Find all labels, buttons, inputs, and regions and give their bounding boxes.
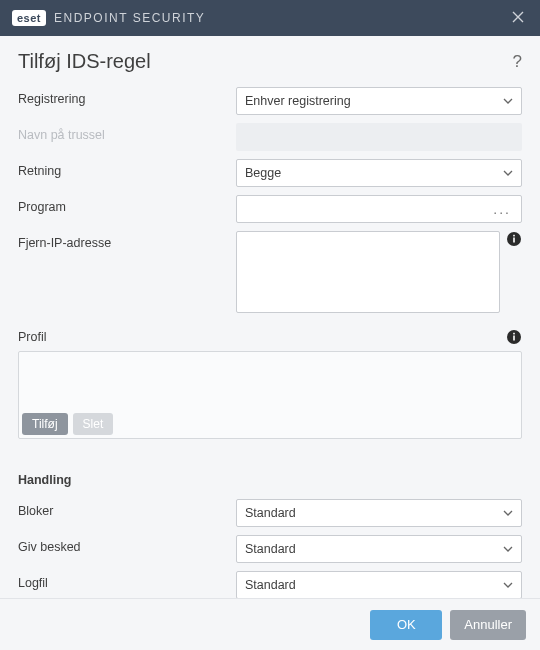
notify-label: Giv besked <box>18 535 236 554</box>
profile-delete-button: Slet <box>73 413 114 435</box>
block-select[interactable]: Standard <box>236 499 522 527</box>
profile-label: Profil <box>18 330 500 344</box>
close-icon[interactable] <box>506 5 530 31</box>
cancel-button[interactable]: Annuller <box>450 610 526 640</box>
threat-name-label: Navn på trussel <box>18 123 236 142</box>
ok-button[interactable]: OK <box>370 610 442 640</box>
brand-logo: eset <box>12 10 46 26</box>
log-select[interactable]: Standard <box>236 571 522 599</box>
help-icon[interactable]: ? <box>513 52 522 72</box>
brand-text: ENDPOINT SECURITY <box>54 11 205 25</box>
threat-name-input <box>236 123 522 151</box>
page-title: Tilføj IDS-regel <box>18 50 513 73</box>
direction-value: Begge <box>245 166 281 180</box>
chevron-down-icon <box>503 546 513 552</box>
remote-ip-textarea[interactable] <box>236 231 500 313</box>
svg-rect-5 <box>513 333 515 335</box>
program-browse-input[interactable]: ... <box>236 195 522 223</box>
info-icon[interactable] <box>506 231 522 247</box>
log-value: Standard <box>245 578 296 592</box>
notify-select[interactable]: Standard <box>236 535 522 563</box>
profile-listbox[interactable]: Tilføj Slet <box>18 351 522 439</box>
info-icon[interactable] <box>506 329 522 345</box>
chevron-down-icon <box>503 510 513 516</box>
detection-select[interactable]: Enhver registrering <box>236 87 522 115</box>
chevron-down-icon <box>503 98 513 104</box>
dialog-footer: OK Annuller <box>0 598 540 650</box>
direction-select[interactable]: Begge <box>236 159 522 187</box>
detection-label: Registrering <box>18 87 236 106</box>
window-titlebar: eset ENDPOINT SECURITY <box>0 0 540 36</box>
chevron-down-icon <box>503 582 513 588</box>
svg-rect-4 <box>513 336 515 341</box>
chevron-down-icon <box>503 170 513 176</box>
block-label: Bloker <box>18 499 236 518</box>
program-label: Program <box>18 195 236 214</box>
remote-ip-label: Fjern-IP-adresse <box>18 231 236 250</box>
action-heading: Handling <box>18 473 522 487</box>
svg-rect-2 <box>513 235 515 237</box>
direction-label: Retning <box>18 159 236 178</box>
svg-rect-1 <box>513 238 515 243</box>
block-value: Standard <box>245 506 296 520</box>
detection-value: Enhver registrering <box>245 94 351 108</box>
profile-add-button[interactable]: Tilføj <box>22 413 68 435</box>
notify-value: Standard <box>245 542 296 556</box>
log-label: Logfil <box>18 571 236 590</box>
browse-ellipsis-icon: ... <box>493 201 511 217</box>
